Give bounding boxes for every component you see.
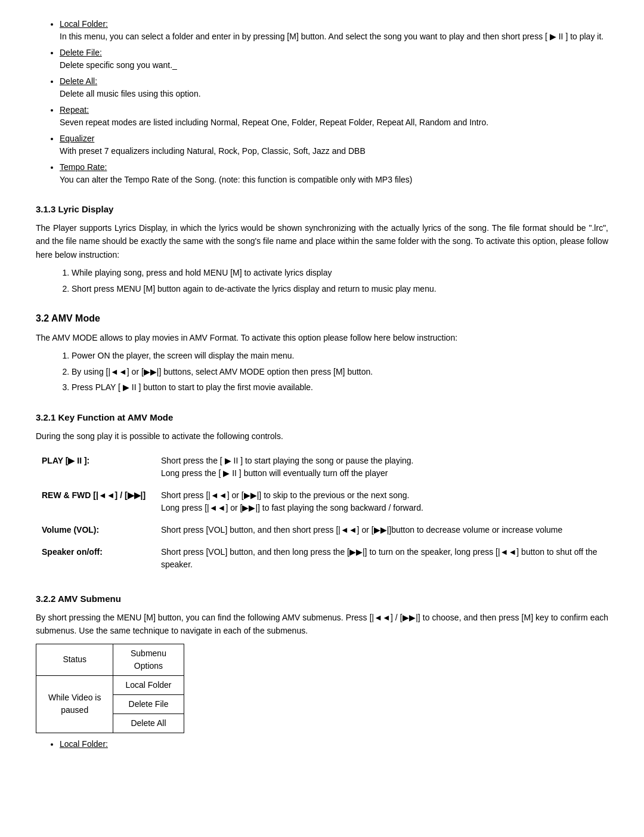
key-row-rew-fwd: REW & FWD [|◄◄] / [▶▶|] Short press [|◄◄…: [36, 484, 608, 519]
bullet-term-tempo-rate: Tempo Rate:: [60, 162, 107, 172]
last-bullet-local-folder: Local Folder:: [60, 739, 608, 749]
bullet-desc-equalizer: With preset 7 equalizers including Natur…: [60, 145, 608, 157]
section-313-intro: The Player supports Lyrics Display, in w…: [36, 221, 608, 261]
section-32-heading: 3.2 AMV Mode: [36, 313, 608, 324]
bullet-desc-tempo-rate: You can alter the Tempo Rate of the Song…: [60, 174, 608, 186]
last-bullet-list: Local Folder:: [60, 739, 608, 749]
submenu-option-delete-all: Delete All: [113, 714, 184, 733]
section-322-heading: 3.2.2 AMV Submenu: [36, 594, 608, 604]
key-desc-volume: Short press [VOL] button, and then short…: [155, 519, 608, 541]
submenu-option-1-row: While Video ispaused Local Folder: [36, 675, 184, 694]
key-desc-play-text: Short press the [ ▶ II ] to start playin…: [161, 456, 413, 478]
key-label-speaker: Speaker on/off:: [36, 541, 155, 576]
bullet-delete-file: Delete File: Delete specific song you wa…: [60, 47, 608, 72]
bullet-desc-repeat: Seven repeat modes are listed including …: [60, 116, 608, 129]
key-row-volume: Volume (VOL): Short press [VOL] button, …: [36, 519, 608, 541]
section-32-steps: Power ON the player, the screen will dis…: [72, 349, 608, 394]
key-desc-rew-fwd: Short press [|◄◄] or [▶▶|] to skip to th…: [155, 484, 608, 519]
submenu-row-label: While Video ispaused: [36, 675, 113, 733]
section-313-heading: 3.1.3 Lyric Display: [36, 204, 608, 214]
bullet-desc-delete-all: Delete all music files using this option…: [60, 88, 608, 100]
key-function-table: PLAY [▶ II ]: Short press the [ ▶ II ] t…: [36, 450, 608, 576]
key-desc-speaker-text: Short press [VOL] button, and then long …: [161, 547, 597, 569]
key-desc-play: Short press the [ ▶ II ] to start playin…: [155, 450, 608, 484]
key-label-play: PLAY [▶ II ]:: [36, 450, 155, 484]
key-desc-rew-fwd-text: Short press [|◄◄] or [▶▶|] to skip to th…: [161, 490, 423, 512]
submenu-option-delete-file: Delete File: [113, 694, 184, 714]
key-row-speaker: Speaker on/off: Short press [VOL] button…: [36, 541, 608, 576]
section-32-intro: The AMV MODE allows to play movies in AM…: [36, 331, 608, 344]
bullet-desc-delete-file: Delete specific song you want._: [60, 59, 608, 72]
key-row-play: PLAY [▶ II ]: Short press the [ ▶ II ] t…: [36, 450, 608, 484]
bullet-tempo-rate: Tempo Rate: You can alter the Tempo Rate…: [60, 161, 608, 186]
last-bullet-term: Local Folder:: [60, 739, 108, 749]
step-32-3: Press PLAY [ ▶ II ] button to start to p…: [72, 381, 608, 394]
section-322-intro: By short pressing the MENU [M] button, y…: [36, 611, 608, 638]
step-313-2: Short press MENU [M] button again to de-…: [72, 282, 608, 295]
step-32-1: Power ON the player, the screen will dis…: [72, 349, 608, 362]
submenu-table: Status SubmenuOptions While Video ispaus…: [36, 644, 184, 733]
step-32-2: By using [|◄◄] or [▶▶|] buttons, select …: [72, 365, 608, 378]
bullet-repeat: Repeat: Seven repeat modes are listed in…: [60, 104, 608, 129]
key-label-volume: Volume (VOL):: [36, 519, 155, 541]
key-desc-volume-text: Short press [VOL] button, and then short…: [161, 525, 562, 535]
section-321-heading: 3.2.1 Key Function at AMV Mode: [36, 412, 608, 422]
bullet-term-delete-file: Delete File:: [60, 48, 102, 57]
section-313-steps: While playing song, press and hold MENU …: [72, 266, 608, 295]
bullet-equalizer: Equalizer With preset 7 equalizers inclu…: [60, 132, 608, 157]
bullet-term-local-folder: Local Folder:: [60, 19, 108, 29]
submenu-option-local-folder: Local Folder: [113, 675, 184, 694]
section-321-intro: During the song play it is possible to a…: [36, 430, 608, 443]
bullet-term-equalizer: Equalizer: [60, 134, 94, 143]
key-desc-speaker: Short press [VOL] button, and then long …: [155, 541, 608, 576]
bullet-term-repeat: Repeat:: [60, 105, 89, 115]
bullet-term-delete-all: Delete All:: [60, 76, 97, 86]
bullet-desc-local-folder: In this menu, you can select a folder an…: [60, 30, 608, 43]
submenu-col1-header: Status: [36, 644, 113, 675]
step-313-1: While playing song, press and hold MENU …: [72, 266, 608, 279]
top-bullet-list: Local Folder: In this menu, you can sele…: [60, 18, 608, 186]
bullet-delete-all: Delete All: Delete all music files using…: [60, 75, 608, 100]
submenu-col2-header: SubmenuOptions: [113, 644, 184, 675]
key-label-rew-fwd: REW & FWD [|◄◄] / [▶▶|]: [36, 484, 155, 519]
submenu-header-row: Status SubmenuOptions: [36, 644, 184, 675]
bullet-local-folder: Local Folder: In this menu, you can sele…: [60, 18, 608, 43]
